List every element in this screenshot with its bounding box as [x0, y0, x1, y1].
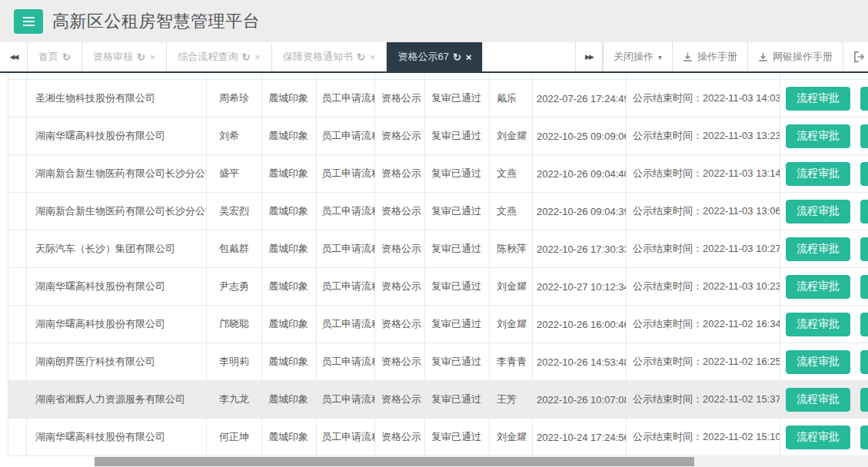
- process-approval-button[interactable]: 流程审批: [786, 313, 850, 336]
- cell-company: 湖南新合新生物医药有限公司长沙分公司: [27, 155, 207, 192]
- cell-actions: 流程审批: [780, 343, 868, 380]
- cell-actions: 流程审批: [780, 268, 868, 305]
- cell-applicant: 何正坤: [207, 419, 262, 455]
- cell-end-time: 公示结束时间：2022-11-03 13:06:24: [627, 193, 780, 230]
- secondary-action-button-cutoff[interactable]: [860, 237, 868, 261]
- close-operations-dropdown[interactable]: 关闭操作 ▾: [603, 42, 672, 71]
- tab-qualification-review[interactable]: 资格审核 ↻ ×: [82, 42, 168, 71]
- cell-select: [8, 381, 27, 418]
- cell-apply-time: 2022-10-25 09:09:06: [533, 118, 627, 154]
- tab-label: 资格审核: [93, 50, 133, 64]
- cell-node: 资格公示: [375, 155, 425, 192]
- table-row[interactable]: 湖南新合新生物医药有限公司长沙分公司 吴宏烈 麓城印象 员工申请流程 资格公示 …: [8, 193, 868, 230]
- bank-operation-manual-button[interactable]: 网银操作手册: [747, 42, 843, 71]
- tab-qualification-publicity-active[interactable]: 资格公示67 ↻ ×: [387, 42, 483, 71]
- cell-reviewer: 刘金耀: [490, 306, 533, 343]
- refresh-icon[interactable]: ↻: [137, 51, 145, 63]
- process-approval-button[interactable]: 流程审批: [786, 388, 850, 412]
- secondary-action-button-cutoff[interactable]: [860, 426, 868, 449]
- tab-label: 综合流程查询: [178, 50, 238, 64]
- table-row[interactable]: 湖南华曙高科技股份有限公司 何正坤 麓城印象 员工申请流程 资格公示 复审已通过…: [8, 419, 868, 456]
- table-row[interactable]: 湖南华曙高科技股份有限公司 尹志勇 麓城印象 员工申请流程 资格公示 复审已通过…: [8, 268, 868, 306]
- cell-company: 湖南省湘辉人力资源服务有限公司: [27, 381, 207, 418]
- cell-actions: 流程审批: [780, 118, 868, 154]
- cell-reviewer: 刘金耀: [490, 419, 533, 455]
- process-approval-button[interactable]: 流程审批: [786, 200, 850, 224]
- close-icon[interactable]: ×: [150, 51, 156, 63]
- table-row[interactable]: 湖南省湘辉人力资源服务有限公司 李九龙 麓城印象 员工申请流程 资格公示 复审已…: [8, 381, 868, 419]
- cell-node: [375, 73, 425, 79]
- cell-community: 麓城印象: [262, 268, 317, 305]
- cell-end-time: 公示结束时间：2022-11-03 10:23:45: [627, 268, 780, 305]
- process-approval-button[interactable]: 流程审批: [786, 350, 850, 374]
- logout-button[interactable]: [843, 42, 868, 71]
- cell-reviewer: 王芳: [490, 381, 533, 418]
- process-approval-button[interactable]: 流程审批: [786, 162, 850, 186]
- secondary-action-button-cutoff[interactable]: [860, 162, 868, 186]
- cell-apply-time: 2022-10-27 10:12:34: [533, 268, 627, 305]
- table-row[interactable]: 湖南华曙高科技股份有限公司 刘希 麓城印象 员工申请流程 资格公示 复审已通过 …: [8, 118, 868, 155]
- close-icon[interactable]: ×: [370, 51, 376, 63]
- double-chevron-left-icon: ◀◀: [10, 53, 18, 61]
- cell-process: 员工申请流程: [317, 230, 375, 267]
- cell-end-time: 公示结束时间：2022-11-02 16:25:53: [627, 343, 780, 380]
- cell-actions: 流程审批: [780, 381, 868, 418]
- refresh-icon[interactable]: ↻: [453, 51, 461, 63]
- table-row[interactable]: 圣湘生物科技股份有限公司 周希珍 麓城印象 员工申请流程 资格公示 复审已通过 …: [8, 80, 868, 118]
- cell-applicant: 包戴群: [207, 230, 262, 267]
- hamburger-icon: [23, 21, 35, 22]
- cell-company: 湖南华曙高科技股份有限公司: [27, 419, 207, 455]
- close-icon[interactable]: ×: [466, 51, 472, 63]
- secondary-action-button-cutoff[interactable]: [860, 275, 868, 299]
- operation-manual-button[interactable]: 操作手册: [672, 42, 747, 71]
- table-row[interactable]: 湖南朗昇医疗科技有限公司 李明莉 麓城印象 员工申请流程 资格公示 复审已通过 …: [8, 343, 868, 381]
- cell-process: 员工申请流程: [317, 193, 375, 230]
- cell-community: 麓城印象: [262, 80, 317, 117]
- tab-process-query[interactable]: 综合流程查询 ↻ ×: [167, 42, 272, 71]
- process-approval-button[interactable]: 流程审批: [786, 237, 850, 261]
- cell-status: 复审已通过: [425, 381, 490, 418]
- process-approval-button[interactable]: 流程审批: [786, 124, 850, 148]
- cell-select: [8, 155, 27, 192]
- secondary-action-button-cutoff[interactable]: [860, 124, 868, 148]
- cell-company: 湖南华曙高科技股份有限公司: [27, 306, 207, 343]
- cell-select: [8, 343, 27, 380]
- cell-end-time: 公示结束时间：2022-11-03 13:23:35: [627, 118, 780, 154]
- cell-actions: 流程审批: [780, 306, 868, 343]
- cell-node: 资格公示: [375, 193, 425, 230]
- tab-guarantee-notice[interactable]: 保障资格通知书 ↻ ×: [272, 42, 387, 71]
- secondary-action-button-cutoff[interactable]: [860, 350, 868, 374]
- process-approval-button[interactable]: 流程审批: [786, 275, 850, 299]
- cell-process: 员工申请流程: [317, 306, 375, 343]
- cell-process: 员工申请流程: [317, 419, 375, 455]
- cell-select: [8, 118, 27, 154]
- horizontal-scrollbar-thumb[interactable]: [95, 457, 694, 466]
- download-icon: [683, 52, 693, 62]
- table-row[interactable]: 天际汽车（长沙）集团有限公司 包戴群 麓城印象 员工申请流程 资格公示 复审已通…: [8, 230, 868, 268]
- secondary-action-button-cutoff[interactable]: [860, 87, 868, 111]
- process-approval-button[interactable]: 流程审批: [786, 426, 850, 449]
- secondary-action-button-cutoff[interactable]: [860, 313, 868, 336]
- caret-down-icon: ▾: [658, 53, 662, 61]
- refresh-icon[interactable]: ↻: [241, 51, 250, 63]
- refresh-icon[interactable]: ↻: [357, 51, 365, 63]
- cell-apply-time: 2022-10-26 14:53:48: [533, 343, 627, 380]
- double-chevron-right-icon: ▶▶: [585, 53, 593, 61]
- scroll-tabs-left-button[interactable]: ◀◀: [0, 42, 28, 71]
- cell-applicant: 邝晓聪: [207, 306, 262, 343]
- secondary-action-button-cutoff[interactable]: [860, 200, 868, 224]
- hamburger-menu-button[interactable]: [14, 9, 43, 34]
- scroll-tabs-right-button[interactable]: ▶▶: [575, 42, 603, 71]
- process-approval-button[interactable]: 流程审批: [786, 87, 850, 111]
- cell-status: 复审已通过: [425, 268, 490, 305]
- cell-community: 麓城印象: [262, 419, 317, 455]
- close-icon[interactable]: ×: [254, 51, 261, 63]
- secondary-action-button-cutoff[interactable]: [860, 388, 868, 412]
- refresh-icon[interactable]: ↻: [62, 51, 71, 63]
- tab-label: 首页: [38, 50, 58, 64]
- tab-home[interactable]: 首页 ↻: [28, 42, 82, 71]
- table-row[interactable]: 湖南华曙高科技股份有限公司 邝晓聪 麓城印象 员工申请流程 资格公示 复审已通过…: [8, 306, 868, 343]
- cell-applicant: [207, 73, 262, 79]
- table-row[interactable]: 湖南新合新生物医药有限公司长沙分公司 盛平 麓城印象 员工申请流程 资格公示 复…: [8, 155, 868, 193]
- cell-select: [8, 193, 27, 230]
